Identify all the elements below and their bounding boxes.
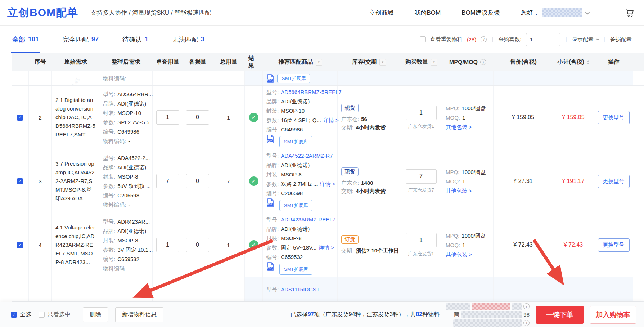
unit-price: ¥ 27.31 — [494, 149, 553, 213]
buy-qty-input[interactable] — [406, 233, 437, 247]
sort-icon[interactable] — [587, 60, 590, 64]
detail-link[interactable]: 详情 > — [323, 116, 339, 124]
table-row: 2 2 1 Digital to analog conversion chip … — [12, 86, 644, 149]
cart-icon[interactable] — [625, 8, 635, 18]
unit-price: ¥ 159.05 — [494, 86, 553, 149]
tabs: 全部101 完全匹配97 待确认1 无法匹配3 — [12, 26, 204, 53]
per-set-qty-input[interactable] — [156, 238, 179, 252]
filter-icon[interactable]: ▼ — [431, 59, 437, 66]
change-model-button[interactable]: 更换型号 — [598, 111, 630, 124]
other-package-link[interactable]: 其他包装 > — [446, 250, 472, 259]
tab-no-match[interactable]: 无法匹配3 — [172, 26, 204, 53]
cleaned-requirement: 型号:ADA4522-2... 品牌:ADI(亚德诺) 封装:MSOP-8 参数… — [103, 154, 151, 209]
bottom-action-bar: 全选 只看选中 删除 新增物料信息 已选择97项（广东发货94种，江苏发货3种）… — [0, 302, 644, 327]
per-set-qty-input[interactable] — [156, 174, 179, 188]
pdf-datasheet-icon[interactable]: PDF — [266, 135, 274, 143]
loss-qty-input[interactable] — [186, 174, 209, 188]
product-link[interactable]: ADR423ARMZ-REEL7 — [281, 215, 335, 224]
pdf-datasheet-icon[interactable]: PDF — [266, 198, 274, 207]
change-model-button[interactable]: 更换型号 — [598, 238, 630, 252]
product-link[interactable]: ADS1115IDGST — [281, 285, 320, 294]
match-success-icon — [249, 113, 258, 122]
total-qty: 1 — [212, 213, 245, 277]
matched-product: 型号:ADR423ARMZ-REEL7 品牌:ADI(亚德诺) 封装:MSOP-… — [266, 215, 335, 275]
purchase-sets-input[interactable] — [526, 33, 560, 46]
display-config-button[interactable]: 显示配置 — [572, 36, 599, 43]
tab-all[interactable]: 全部101 — [12, 26, 39, 53]
ship-note: 广东仓发货7 — [408, 187, 434, 193]
info-icon[interactable]: i — [480, 59, 486, 65]
loss-qty-input[interactable] — [186, 110, 209, 125]
chevron-down-icon — [596, 37, 600, 41]
add-material-button[interactable]: 新增物料信息 — [115, 307, 163, 322]
original-requirement: 3 7 Precision op amp,IC,ADA4522-2ARMZ-R7… — [55, 160, 95, 203]
checkbox-icon — [11, 312, 17, 318]
tagline: 支持多人协作 / 海量现货SKU / 智能极速匹配 — [90, 9, 211, 17]
stock-info: 现货 广东仓:1480 交期:4小时内发货 — [341, 167, 386, 195]
svg-text:PDF: PDF — [267, 267, 272, 269]
table-row-partial-bottom: 型号:ADS1115IDGST — [12, 277, 644, 302]
col-stock: 库存/交期 ▼ — [338, 53, 400, 71]
smt-library-tag: SMT扩展库 — [279, 200, 312, 211]
matched-product: 型号:ADA4522-2ARMZ-R7 品牌:ADI(亚德诺) 封装:MSOP-… — [266, 152, 335, 211]
purchase-sets-label: 采购套数: — [499, 36, 522, 43]
other-package-link[interactable]: 其他包装 > — [446, 187, 472, 195]
row-checkbox[interactable] — [17, 242, 23, 248]
col-loss: 备损量 — [183, 53, 212, 71]
in-stock-tag: 现货 — [341, 104, 359, 112]
one-click-order-button[interactable]: 一键下单 — [536, 306, 584, 324]
pdf-datasheet-icon[interactable]: PDF — [266, 262, 274, 271]
other-package-link[interactable]: 其他包装 > — [446, 123, 472, 131]
col-subtotal: 小计(含税) — [553, 53, 594, 71]
info-icon[interactable]: i — [523, 303, 530, 309]
detail-link[interactable]: 详情 > — [319, 243, 334, 252]
info-icon[interactable]: i — [481, 36, 487, 42]
buy-qty-input[interactable] — [406, 106, 437, 120]
product-link[interactable]: AD5664RBRMZ-5REEL7 — [281, 88, 341, 96]
smt-library-tag: SMT扩展库 — [279, 264, 312, 275]
nav-feedback[interactable]: BOM建议反馈 — [461, 9, 500, 17]
match-success-icon — [249, 240, 258, 250]
table-header-row: 序号 原始需求 整理后需求 单套用量 备损量 总用量 结果 推荐匹配商品 ▼ 库… — [12, 53, 644, 71]
detail-link[interactable]: 详情 > — [320, 180, 335, 188]
nav-my-bom[interactable]: 我的BOM — [415, 9, 441, 17]
col-mpq-moq: MPQ/MOQ i — [442, 53, 494, 71]
tab-pending[interactable]: 待确认1 — [122, 26, 148, 53]
total-qty: 1 — [212, 86, 245, 149]
col-total: 总用量 — [212, 53, 245, 71]
mpq-moq: MPQ:1000/圆盘 MOQ:1 其他包装 > — [446, 232, 486, 259]
col-action: 操作 — [594, 53, 633, 71]
product-link[interactable]: ADA4522-2ARMZ-R7 — [281, 152, 333, 160]
table-row: 4 4 1 Voltage reference chip,IC,ADR423AR… — [12, 213, 644, 277]
stock-info: 订货 交期:预估7-10个工作日 — [341, 235, 399, 255]
cleaned-requirement: 型号:AD5664RBR... 品牌:ADI(亚德诺) 封装:MSOP-10 参… — [103, 90, 154, 145]
per-set-qty-input[interactable] — [156, 110, 179, 125]
only-selected-checkbox[interactable]: 只看选中 — [39, 311, 71, 318]
table-toolbar: 查看重复物料 (28) i | 采购套数: | 显示配置 | 备损配置 — [420, 33, 632, 46]
duplicate-filter-checkbox[interactable] — [420, 36, 426, 42]
buy-qty-input[interactable] — [406, 169, 437, 184]
ship-note: 广东仓发货1 — [408, 123, 434, 130]
row-checkbox[interactable] — [17, 115, 23, 121]
pdf-datasheet-icon[interactable]: PDF — [266, 74, 274, 83]
change-model-button[interactable]: 更换型号 — [598, 175, 630, 188]
add-to-cart-button[interactable]: 加入购物车 — [590, 306, 636, 324]
table-row: 3 3 7 Precision op amp,IC,ADA4522-2ARMZ-… — [12, 149, 644, 213]
loss-qty-input[interactable] — [186, 238, 209, 252]
info-icon[interactable]: i — [523, 320, 530, 326]
delete-button[interactable]: 删除 — [83, 307, 108, 322]
col-buy-qty: 购买数量 ▼ — [400, 53, 442, 71]
bom-match-page: 2025-11-26 11.18.45 00-E2-69-77-20-BF 20… — [0, 0, 644, 327]
col-index: 序号 — [29, 53, 52, 71]
row-checkbox[interactable] — [17, 178, 23, 184]
checkbox-icon — [39, 312, 45, 318]
nav-mall[interactable]: 立创商城 — [369, 9, 394, 17]
tab-full-match[interactable]: 完全匹配97 — [63, 26, 99, 53]
filter-icon[interactable]: ▼ — [379, 59, 386, 66]
select-all-checkbox[interactable]: 全选 — [11, 311, 31, 318]
original-requirement: 2 1 Digital to analog conversion chip DA… — [55, 96, 95, 139]
loss-config-button[interactable]: 备损配置 — [610, 36, 632, 43]
user-menu[interactable]: 您好， — [521, 8, 589, 17]
filter-icon[interactable]: ▼ — [316, 59, 322, 66]
table-row-partial-top: 物料编码:- PDF SMT扩展库 — [12, 71, 644, 86]
